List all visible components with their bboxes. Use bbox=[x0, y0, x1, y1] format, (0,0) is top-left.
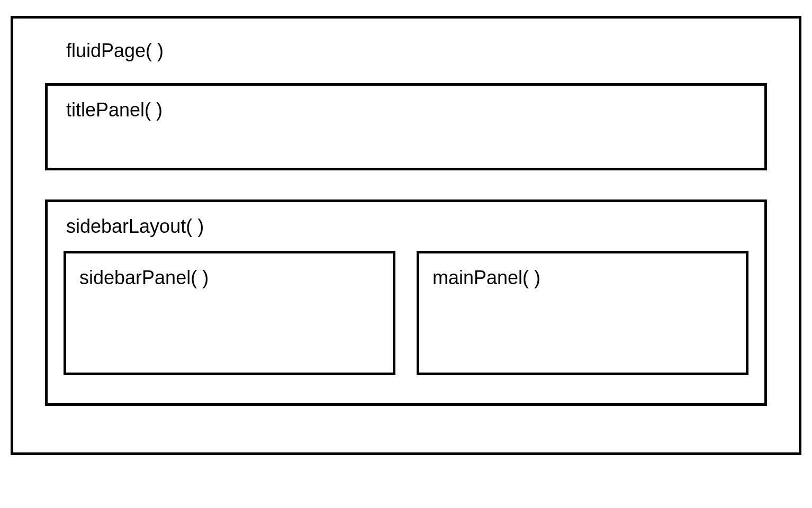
fluidpage-label: fluidPage( ) bbox=[66, 40, 767, 62]
mainpanel-box: mainPanel( ) bbox=[417, 251, 748, 375]
panel-row: sidebarPanel( ) mainPanel( ) bbox=[64, 251, 748, 375]
sidebarpanel-label: sidebarPanel( ) bbox=[79, 267, 380, 289]
titlepanel-box: titlePanel( ) bbox=[45, 83, 767, 170]
sidebarlayout-box: sidebarLayout( ) sidebarPanel( ) mainPan… bbox=[45, 199, 767, 406]
titlepanel-label: titlePanel( ) bbox=[66, 99, 748, 121]
sidebarpanel-box: sidebarPanel( ) bbox=[64, 251, 395, 375]
fluidpage-box: fluidPage( ) titlePanel( ) sidebarLayout… bbox=[11, 16, 801, 455]
mainpanel-label: mainPanel( ) bbox=[432, 267, 733, 289]
sidebarlayout-label: sidebarLayout( ) bbox=[66, 215, 748, 238]
